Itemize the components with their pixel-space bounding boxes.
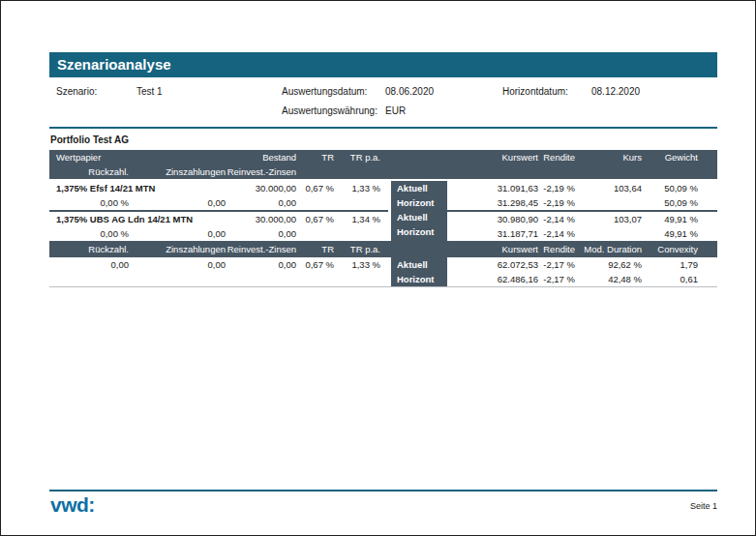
- summary-tr: 0,67 %: [296, 257, 334, 272]
- col-mod-duration: Mod. Duration: [575, 241, 642, 257]
- portfolio-summary-row: 0,00 0,00 0,00 0,67 % 1,33 % Aktuell Hor…: [49, 257, 717, 287]
- szenario-label: Szenario:: [56, 86, 97, 98]
- position-zinszahlungen: 0,00: [129, 226, 226, 241]
- header-spacer: [380, 150, 447, 164]
- horizont-kurs: [575, 195, 642, 210]
- page-number: Seite 1: [49, 501, 717, 511]
- report-title-bar: Szenarioanalyse: [49, 52, 717, 77]
- position-rueckzahl: 0,00 %: [49, 226, 129, 241]
- summary-reinvest: 0,00: [226, 257, 296, 272]
- col-reinvest-zinsen: Reinvest.-Zinsen: [226, 164, 296, 179]
- col-convexity: Convexity: [642, 241, 698, 257]
- table-header-totals-row: Rückzahl. Zinszahlungen Reinvest.-Zinsen…: [49, 241, 717, 257]
- position-reinvest: 0,00: [226, 195, 296, 210]
- aktuell-gewicht: 50,09 %: [642, 181, 698, 195]
- col-rendite: Rendite: [538, 241, 575, 257]
- position-row-efsf: 1,375% Efsf 14/21 MTN 30.000,00 0,67 % 1…: [49, 181, 717, 210]
- summary-aktuell-kurswert: 62.072,53: [447, 257, 538, 272]
- scenario-row-labels: Aktuell Horizont: [391, 181, 447, 210]
- auswertungsdatum-label: Auswertungsdatum:: [282, 86, 367, 98]
- col-rendite: Rendite: [538, 150, 575, 164]
- auswertungsdatum-value: 08.06.2020: [385, 86, 434, 98]
- footer-divider-line: [49, 490, 717, 491]
- col-zinszahlungen: Zinszahlungen: [129, 241, 226, 257]
- position-bestand: 30.000,00: [226, 212, 296, 226]
- horizont-kurs: [575, 226, 642, 241]
- table-header-row-2: Rückzahl. Zinszahlungen Reinvest.-Zinsen: [49, 164, 717, 179]
- col-tr-pa: TR p.a.: [334, 150, 380, 164]
- table-header-totals: Rückzahl. Zinszahlungen Reinvest.-Zinsen…: [49, 241, 717, 257]
- aktuell-gewicht: 49,91 %: [642, 212, 698, 226]
- horizontdatum-label: Horizontdatum:: [502, 86, 568, 98]
- col-rueckzahl: Rückzahl.: [49, 164, 129, 179]
- label-horizont: Horizont: [397, 272, 447, 286]
- summary-rueckzahl: 0,00: [49, 257, 129, 272]
- label-horizont: Horizont: [397, 224, 447, 239]
- position-reinvest: 0,00: [226, 226, 296, 241]
- col-zinszahlungen: Zinszahlungen: [129, 164, 226, 179]
- position-tr: 0,67 %: [296, 181, 334, 195]
- position-bestand: 30.000,00: [226, 181, 296, 195]
- aktuell-rendite: -2,19 %: [538, 181, 575, 195]
- summary-horizont-rendite: -2,17 %: [538, 272, 575, 286]
- col-bestand: Bestand: [226, 150, 296, 164]
- col-kurswert: Kurswert: [447, 241, 538, 257]
- summary-horizont-kurswert: 62.486,16: [447, 272, 538, 286]
- summary-aktuell-convexity: 1,79: [642, 257, 698, 272]
- summary-tr-pa: 1,33 %: [334, 257, 380, 272]
- label-horizont: Horizont: [397, 195, 447, 210]
- table-header-row-1: Wertpapier Bestand TR TR p.a. Kurswert R…: [49, 150, 717, 164]
- aktuell-kurswert: 30.980,90: [447, 212, 538, 226]
- summary-horizont-mod-duration: 42,48 %: [575, 272, 642, 286]
- auswertungswaehrung-label: Auswertungswährung:: [282, 105, 378, 117]
- aktuell-kurs: 103,64: [575, 181, 642, 195]
- position-rueckzahl: 0,00 %: [49, 195, 129, 210]
- position-name: 1,375% UBS AG Ldn 14/21 MTN: [49, 212, 226, 226]
- scenario-row-labels: Aktuell Horizont: [391, 257, 447, 286]
- header-divider-line: [49, 127, 717, 129]
- portfolio-table: Wertpapier Bestand TR TR p.a. Kurswert R…: [49, 150, 717, 287]
- position-row-ubs: 1,375% UBS AG Ldn 14/21 MTN 30.000,00 0,…: [49, 210, 717, 241]
- aktuell-kurs: 103,07: [575, 212, 642, 226]
- position-tr-pa: 1,33 %: [334, 181, 380, 195]
- horizontdatum-value: 08.12.2020: [591, 86, 640, 98]
- col-kurs: Kurs: [575, 150, 642, 164]
- position-tr-pa: 1,34 %: [334, 212, 380, 226]
- horizont-kurswert: 31.187,71: [447, 226, 538, 241]
- col-wertpapier: Wertpapier: [49, 150, 226, 164]
- col-tr: TR: [296, 150, 334, 164]
- col-rueckzahl: Rückzahl.: [49, 241, 129, 257]
- position-tr: 0,67 %: [296, 212, 334, 226]
- col-kurswert: Kurswert: [447, 150, 538, 164]
- table-header-primary: Wertpapier Bestand TR TR p.a. Kurswert R…: [49, 150, 717, 179]
- summary-aktuell-mod-duration: 92,62 %: [575, 257, 642, 272]
- position-zinszahlungen: 0,00: [129, 195, 226, 210]
- header-spacer: [380, 241, 447, 257]
- page-title: Szenarioanalyse: [57, 56, 171, 73]
- report-page: Szenarioanalyse Szenario: Test 1 Auswert…: [0, 0, 756, 536]
- horizont-kurswert: 31.298,45: [447, 195, 538, 210]
- col-tr-pa: TR p.a.: [334, 241, 380, 257]
- horizont-gewicht: 49,91 %: [642, 226, 698, 241]
- aktuell-rendite: -2,14 %: [538, 212, 575, 226]
- auswertungswaehrung-value: EUR: [385, 105, 406, 117]
- summary-zinszahlungen: 0,00: [129, 257, 226, 272]
- label-aktuell: Aktuell: [397, 181, 447, 195]
- szenario-value: Test 1: [136, 86, 163, 98]
- horizont-gewicht: 50,09 %: [642, 195, 698, 210]
- portfolio-title: Portfolio Test AG: [50, 134, 129, 145]
- col-reinvest-zinsen: Reinvest.-Zinsen: [226, 241, 296, 257]
- summary-aktuell-rendite: -2,17 %: [538, 257, 575, 272]
- label-aktuell: Aktuell: [397, 257, 447, 272]
- horizont-rendite: -2,19 %: [538, 195, 575, 210]
- col-tr: TR: [296, 241, 334, 257]
- aktuell-kurswert: 31.091,63: [447, 181, 538, 195]
- horizont-rendite: -2,14 %: [538, 226, 575, 241]
- position-name: 1,375% Efsf 14/21 MTN: [49, 181, 226, 195]
- label-aktuell: Aktuell: [397, 210, 447, 224]
- scenario-row-labels: Aktuell Horizont: [391, 210, 447, 241]
- summary-horizont-convexity: 0,61: [642, 272, 698, 286]
- col-gewicht: Gewicht: [642, 150, 698, 164]
